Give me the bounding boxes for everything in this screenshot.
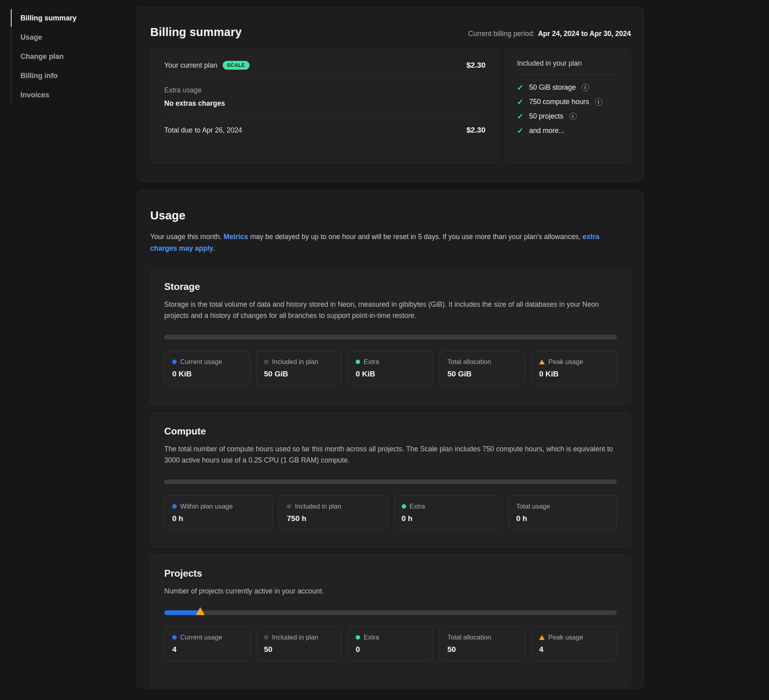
included-in-plan-card: Included in your plan ✓ 50 GiB storage i… [505,48,631,163]
stat-extra: Extra 0 [348,626,433,661]
stat-label: Extra [364,358,379,366]
current-plan-row: Your current plan SCALE [164,61,250,70]
extra-usage-value: No extras charges [164,99,485,108]
stat-label: Included in plan [272,358,318,366]
check-icon: ✓ [517,98,523,106]
included-item-label: 50 GiB storage [529,83,576,92]
sidebar-item-billing-summary[interactable]: Billing summary [12,8,125,28]
included-list: ✓ 50 GiB storage i ✓ 750 compute hours i… [517,83,618,135]
green-dot-icon [402,504,406,509]
stat-within-plan-usage: Within plan usage 0 h [164,495,273,530]
sidebar-nav: Billing summary Usage Change plan Billin… [11,8,125,105]
stat-value: 0 h [516,514,609,523]
stat-total-allocation: Total allocation 50 GiB [439,351,525,386]
projects-progress-fill [164,610,200,615]
stat-value: 50 GiB [264,370,334,378]
check-icon: ✓ [517,84,523,91]
sidebar-item-billing-info[interactable]: Billing info [12,66,125,85]
info-icon[interactable]: i [582,84,589,91]
compute-description: The total number of compute hours used s… [164,443,617,466]
stat-value: 0 h [172,514,265,523]
stat-extra: Extra 0 h [394,495,502,530]
stat-included-in-plan: Included in plan 50 GiB [256,351,342,386]
stat-value: 0 KiB [172,370,242,378]
extra-usage-label: Extra usage [164,86,485,95]
stat-included-in-plan: Included in plan 50 [256,626,342,661]
stat-label: Current usage [180,634,222,641]
storage-description: Storage is the total volume of data and … [164,299,617,321]
blue-dot-icon [172,504,177,509]
stat-extra: Extra 0 KiB [348,351,433,386]
usage-card: Usage Your usage this month. Metrics may… [136,190,644,688]
list-item: ✓ 750 compute hours i [517,98,618,106]
sidebar-item-usage[interactable]: Usage [12,28,125,47]
projects-stats: Current usage 4 Included in plan 50 Extr… [164,626,617,661]
stat-label: Current usage [180,358,222,366]
billing-summary-card: Billing summary Current billing period:A… [136,7,644,181]
stat-label: Peak usage [548,634,583,641]
info-icon[interactable]: i [569,113,577,120]
list-item: ✓ and more... [517,127,618,135]
total-due-label: Total due to Apr 26, 2024 [164,126,242,135]
orange-triangle-icon [539,635,545,640]
stat-label: Total usage [516,503,550,510]
stat-label: Included in plan [295,503,341,510]
stat-peak-usage: Peak usage 4 [531,626,617,661]
stat-peak-usage: Peak usage 0 KiB [531,351,617,386]
stat-value: 4 [172,645,242,654]
stat-value: 0 [356,645,425,654]
stat-total-allocation: Total allocation 50 [439,626,525,661]
billing-period-label: Current billing period: [468,30,535,38]
stat-label: Within plan usage [180,503,233,510]
total-due-amount: $2.30 [466,126,485,135]
peak-usage-marker-icon [196,607,205,615]
compute-section: Compute The total number of compute hour… [150,412,631,547]
green-dot-icon [356,635,360,640]
stat-value: 0 KiB [356,370,425,378]
storage-title: Storage [164,281,617,292]
usage-intro: Your usage this month. Metrics may be de… [150,231,621,254]
current-plan-card: Your current plan SCALE $2.30 Extra usag… [150,48,499,163]
sidebar-item-change-plan[interactable]: Change plan [12,47,125,66]
stat-label: Peak usage [548,358,583,366]
storage-section: Storage Storage is the total volume of d… [150,268,631,405]
projects-description: Number of projects currently active in y… [164,585,617,597]
list-item: ✓ 50 GiB storage i [517,83,618,92]
included-divider [517,75,618,75]
stat-value: 750 h [287,514,379,523]
metrics-link[interactable]: Metrics [223,233,248,241]
included-item-label: 750 compute hours [529,98,589,106]
stat-value: 0 h [402,514,494,523]
projects-section: Projects Number of projects currently ac… [150,555,631,688]
orange-triangle-icon [539,360,545,364]
storage-progress-bar [164,335,617,340]
check-icon: ✓ [517,127,523,135]
stat-current-usage: Current usage 0 KiB [164,351,250,386]
info-icon[interactable]: i [595,98,602,106]
billing-period: Current billing period:Apr 24, 2024 to A… [468,30,631,38]
usage-intro-text: Your usage this month. [150,233,223,241]
stat-value: 50 GiB [447,370,517,378]
billing-sidebar: Billing summary Usage Change plan Billin… [11,8,125,105]
list-item: ✓ 50 projects i [517,112,618,121]
sidebar-item-invoices[interactable]: Invoices [12,85,125,105]
gray-dot-icon [287,504,291,509]
blue-dot-icon [172,360,177,364]
billing-period-dates: Apr 24, 2024 to Apr 30, 2024 [538,30,631,38]
stat-total-usage: Total usage 0 h [508,495,617,530]
storage-stats: Current usage 0 KiB Included in plan 50 … [164,351,617,386]
current-plan-label: Your current plan [164,61,217,70]
green-dot-icon [356,360,360,364]
compute-title: Compute [164,426,617,437]
included-in-plan-title: Included in your plan [517,59,618,68]
check-icon: ✓ [517,113,523,120]
billing-summary-title: Billing summary [150,26,242,39]
plan-scale-badge: SCALE [223,61,250,70]
gray-dot-icon [264,635,268,640]
stat-label: Extra [364,634,379,641]
blue-dot-icon [172,635,177,640]
stat-label: Total allocation [447,634,491,641]
plan-amount: $2.30 [466,61,485,70]
stat-value: 4 [539,645,609,654]
usage-title: Usage [150,209,185,222]
